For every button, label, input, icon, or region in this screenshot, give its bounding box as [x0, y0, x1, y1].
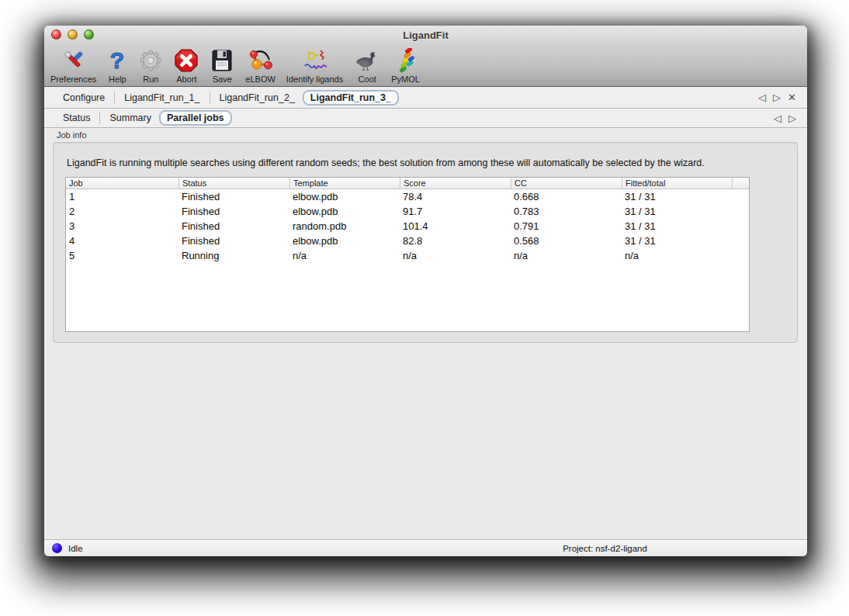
toolbar-item-label: PyMOL	[391, 74, 420, 84]
cell-job: 3	[66, 219, 178, 234]
cell-fitted-total: 31 / 31	[622, 219, 749, 234]
job-table-body: 1 Finished elbow.pdb 78.4 0.668 31 / 31 …	[66, 189, 749, 331]
main-content: Job info LigandFit is running multiple s…	[44, 128, 807, 539]
tab-forward-icon[interactable]: ▷	[773, 92, 781, 102]
table-row[interactable]: 1 Finished elbow.pdb 78.4 0.668 31 / 31	[66, 189, 749, 204]
cell-fitted-total: 31 / 31	[622, 189, 749, 204]
cell-score: 82.8	[400, 234, 511, 248]
title-bar[interactable]: LigandFit	[44, 26, 807, 44]
cell-status: Finished	[178, 219, 289, 234]
app-window: LigandFit	[44, 26, 807, 556]
tab-summary[interactable]: Summary	[102, 111, 158, 125]
tab-ligandfit-run-1[interactable]: LigandFit_run_1_	[116, 91, 207, 105]
job-info-description: LigandFit is running multiple searches u…	[67, 157, 705, 168]
tab-separator	[210, 92, 210, 103]
cell-cc: 0.568	[511, 234, 622, 248]
cell-fitted-total: n/a	[622, 248, 749, 263]
window-controls	[51, 29, 94, 40]
toolbar-item-label: Run	[143, 74, 158, 84]
preferences-icon	[61, 47, 86, 74]
toolbar-item-label: eLBOW	[245, 74, 275, 84]
cell-score: 101.4	[400, 219, 511, 234]
toolbar-item-label: Help	[109, 74, 126, 84]
status-bar: Idle Project: nsf-d2-ligand	[44, 539, 807, 556]
job-info-group-label: Job info	[53, 130, 798, 142]
identify-ligands-icon	[302, 47, 328, 74]
cell-template: n/a	[289, 248, 400, 263]
tab-ligandfit-run-3[interactable]: LigandFit_run_3_	[303, 90, 399, 106]
coot-button[interactable]: Coot	[354, 47, 380, 84]
help-icon: ?	[107, 47, 127, 74]
tab-parallel-jobs[interactable]: Parallel jobs	[159, 110, 232, 126]
project-label: Project: nsf-d2-ligand	[563, 544, 647, 553]
cell-fitted-total: 31 / 31	[622, 234, 749, 248]
elbow-icon	[248, 47, 274, 74]
run-tab-bar: Configure LigandFit_run_1_ LigandFit_run…	[44, 87, 807, 109]
cell-status: Finished	[178, 189, 289, 204]
help-button[interactable]: ? Help	[107, 47, 127, 84]
run-icon	[138, 47, 163, 74]
table-row[interactable]: 4 Finished elbow.pdb 82.8 0.568 31 / 31	[66, 234, 749, 248]
cell-status: Running	[178, 248, 289, 263]
job-info-group-box: LigandFit is running multiple searches u…	[53, 142, 798, 343]
toolbar-item-label: Save	[213, 74, 232, 84]
cell-cc: 0.791	[511, 219, 622, 234]
abort-icon	[174, 47, 199, 74]
cell-fitted-total: 31 / 31	[622, 204, 749, 219]
toolbar-item-label: Identify ligands	[286, 74, 343, 84]
identify-ligands-button[interactable]: Identify ligands	[286, 47, 343, 84]
cell-template: elbow.pdb	[289, 204, 400, 219]
column-header-cc[interactable]: CC	[511, 178, 622, 189]
table-row[interactable]: 3 Finished random.pdb 101.4 0.791 31 / 3…	[66, 219, 749, 234]
column-header-fitted-total[interactable]: Fitted/total	[622, 178, 732, 189]
cell-template: elbow.pdb	[289, 189, 400, 204]
tab-ligandfit-run-2[interactable]: LigandFit_run_2_	[212, 91, 303, 105]
tab-close-icon[interactable]: ✕	[788, 92, 796, 102]
tab-status[interactable]: Status	[55, 111, 98, 125]
cell-score: 78.4	[400, 189, 511, 204]
toolbar-item-label: Abort	[176, 74, 196, 84]
zoom-window-button[interactable]	[84, 29, 94, 40]
minimize-window-button[interactable]	[68, 29, 78, 40]
cell-status: Finished	[178, 234, 289, 248]
status-text: Idle	[68, 544, 83, 553]
pymol-icon	[393, 47, 419, 74]
status-indicator-icon	[52, 543, 62, 553]
desktop-background: LigandFit	[0, 0, 849, 616]
subtab-back-icon[interactable]: ◁	[774, 113, 781, 123]
column-header-job[interactable]: Job	[66, 178, 178, 189]
preferences-button[interactable]: Preferences	[50, 47, 96, 84]
table-row[interactable]: 5 Running n/a n/a n/a n/a	[66, 248, 749, 263]
elbow-button[interactable]: eLBOW	[245, 47, 275, 84]
svg-text:?: ?	[110, 48, 124, 73]
cell-cc: 0.783	[511, 204, 622, 219]
close-window-button[interactable]	[51, 29, 61, 40]
toolbar-item-label: Preferences	[50, 74, 96, 84]
cell-score: 91.7	[400, 204, 511, 219]
tab-configure[interactable]: Configure	[55, 91, 113, 105]
subtab-forward-icon[interactable]: ▷	[788, 113, 796, 123]
job-table: Job Status Template Score CC Fitted/tota…	[65, 177, 750, 332]
abort-button[interactable]: Abort	[174, 47, 199, 84]
toolbar: Preferences ? Help	[44, 44, 807, 87]
cell-job: 4	[66, 234, 178, 248]
tab-back-icon[interactable]: ◁	[758, 92, 766, 102]
column-header-score[interactable]: Score	[400, 178, 511, 189]
toolbar-item-label: Coot	[359, 74, 376, 84]
run-button[interactable]: Run	[138, 47, 163, 84]
tab-separator	[114, 92, 115, 103]
view-tab-bar: Status Summary Parallel jobs ◁ ▷	[44, 109, 807, 128]
cell-cc: 0.668	[511, 189, 622, 204]
subtab-nav-controls: ◁ ▷	[774, 113, 801, 123]
save-icon	[210, 47, 234, 74]
column-header-status[interactable]: Status	[178, 178, 289, 189]
tab-separator	[99, 112, 100, 124]
cell-job: 1	[66, 189, 178, 204]
coot-icon	[354, 47, 380, 74]
column-header-template[interactable]: Template	[289, 178, 400, 189]
cell-job: 2	[66, 204, 178, 219]
pymol-button[interactable]: PyMOL	[391, 47, 420, 84]
table-row[interactable]: 2 Finished elbow.pdb 91.7 0.783 31 / 31	[66, 204, 749, 219]
job-info-group: Job info LigandFit is running multiple s…	[53, 130, 798, 343]
save-button[interactable]: Save	[210, 47, 234, 84]
